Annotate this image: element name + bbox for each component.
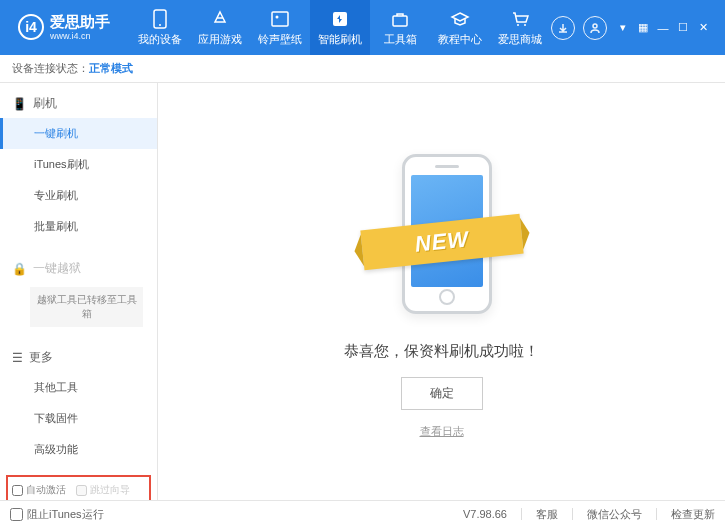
image-icon	[270, 9, 290, 29]
skip-guide-check[interactable]: 跳过向导	[76, 483, 130, 497]
check-label: 阻止iTunes运行	[27, 507, 104, 522]
skin-icon[interactable]: ▦	[635, 20, 651, 36]
ribbon-text: NEW	[413, 226, 470, 258]
sidebar: 📱 刷机 一键刷机 iTunes刷机 专业刷机 批量刷机 🔒 一键越狱 越狱工具…	[0, 83, 158, 500]
nav-my-device[interactable]: 我的设备	[130, 0, 190, 55]
nav-label: 应用游戏	[198, 32, 242, 47]
toolbox-icon	[390, 9, 410, 29]
nav-toolbox[interactable]: 工具箱	[370, 0, 430, 55]
footer: 阻止iTunes运行 V7.98.66 客服 微信公众号 检查更新	[0, 500, 725, 527]
nav-store[interactable]: 爱思商城	[490, 0, 550, 55]
nav-label: 铃声壁纸	[258, 32, 302, 47]
nav-label: 我的设备	[138, 32, 182, 47]
apps-icon	[210, 9, 230, 29]
user-button[interactable]	[583, 16, 607, 40]
footer-link-wechat[interactable]: 微信公众号	[587, 507, 642, 522]
success-message: 恭喜您，保资料刷机成功啦！	[344, 342, 539, 361]
sidebar-item-other-tools[interactable]: 其他工具	[0, 372, 157, 403]
main-content: NEW 恭喜您，保资料刷机成功啦！ 确定 查看日志	[158, 83, 725, 500]
close-icon[interactable]: ✕	[695, 20, 711, 36]
flash-icon	[330, 9, 350, 29]
check-label: 自动激活	[26, 483, 66, 497]
nav-ringtones[interactable]: 铃声壁纸	[250, 0, 310, 55]
minimize-icon[interactable]: —	[655, 20, 671, 36]
maximize-icon[interactable]: ☐	[675, 20, 691, 36]
status-bar: 设备连接状态： 正常模式	[0, 55, 725, 83]
status-label: 设备连接状态：	[12, 61, 89, 76]
sidebar-header-label: 一键越狱	[33, 260, 81, 277]
highlighted-options: 自动激活 跳过向导	[6, 475, 151, 500]
auto-activate-check[interactable]: 自动激活	[12, 483, 66, 497]
app-title: 爱思助手	[50, 13, 110, 31]
svg-point-8	[593, 24, 597, 28]
phone-icon: 📱	[12, 97, 27, 111]
cart-icon	[510, 9, 530, 29]
sidebar-header-more[interactable]: ☰ 更多	[0, 343, 157, 372]
top-nav: 我的设备 应用游戏 铃声壁纸 智能刷机 工具箱 教程中心 爱思商城	[130, 0, 551, 55]
check-label: 跳过向导	[90, 483, 130, 497]
view-log-link[interactable]: 查看日志	[420, 424, 464, 439]
success-illustration: NEW	[372, 144, 512, 324]
sidebar-item-itunes-flash[interactable]: iTunes刷机	[0, 149, 157, 180]
svg-point-1	[159, 24, 161, 26]
nav-tutorials[interactable]: 教程中心	[430, 0, 490, 55]
footer-link-update[interactable]: 检查更新	[671, 507, 715, 522]
block-itunes-check[interactable]: 阻止iTunes运行	[10, 507, 104, 522]
svg-rect-5	[393, 16, 407, 26]
sidebar-header-label: 刷机	[33, 95, 57, 112]
sidebar-header-jailbreak: 🔒 一键越狱	[0, 254, 157, 283]
sidebar-header-flash[interactable]: 📱 刷机	[0, 89, 157, 118]
footer-link-support[interactable]: 客服	[536, 507, 558, 522]
menu-icon[interactable]: ▾	[615, 20, 631, 36]
sidebar-item-oneclick-flash[interactable]: 一键刷机	[0, 118, 157, 149]
svg-point-3	[276, 15, 279, 18]
svg-rect-2	[272, 12, 288, 26]
download-button[interactable]	[551, 16, 575, 40]
lock-icon: 🔒	[12, 262, 27, 276]
grad-cap-icon	[450, 9, 470, 29]
svg-point-7	[524, 24, 526, 26]
status-value: 正常模式	[89, 61, 133, 76]
sidebar-header-label: 更多	[29, 349, 53, 366]
nav-flash[interactable]: 智能刷机	[310, 0, 370, 55]
menu-icon: ☰	[12, 351, 23, 365]
phone-icon	[150, 9, 170, 29]
version-label: V7.98.66	[463, 508, 507, 520]
nav-label: 智能刷机	[318, 32, 362, 47]
svg-point-6	[517, 24, 519, 26]
jailbreak-note: 越狱工具已转移至工具箱	[30, 287, 143, 327]
logo-icon: i4	[18, 14, 44, 40]
nav-apps[interactable]: 应用游戏	[190, 0, 250, 55]
nav-label: 爱思商城	[498, 32, 542, 47]
nav-label: 教程中心	[438, 32, 482, 47]
sidebar-item-advanced[interactable]: 高级功能	[0, 434, 157, 465]
sidebar-item-batch-flash[interactable]: 批量刷机	[0, 211, 157, 242]
ok-button[interactable]: 确定	[401, 377, 483, 410]
app-logo: i4 爱思助手 www.i4.cn	[8, 13, 120, 42]
app-subtitle: www.i4.cn	[50, 31, 110, 42]
nav-label: 工具箱	[384, 32, 417, 47]
sidebar-item-pro-flash[interactable]: 专业刷机	[0, 180, 157, 211]
sidebar-item-download-fw[interactable]: 下载固件	[0, 403, 157, 434]
